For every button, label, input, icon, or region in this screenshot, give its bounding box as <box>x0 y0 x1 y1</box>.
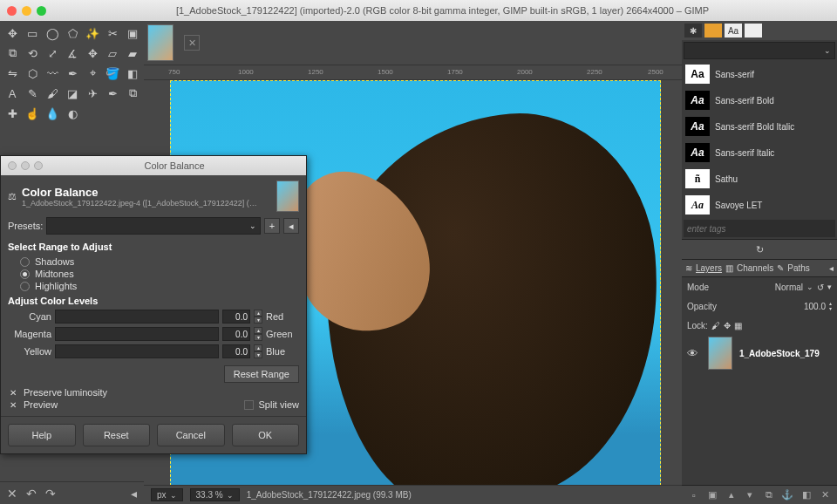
presets-combo[interactable]: ⌄ <box>46 217 261 235</box>
cage-tool[interactable]: ⬡ <box>24 65 41 82</box>
rect-select-tool[interactable]: ▭ <box>24 24 41 42</box>
font-filter-combo[interactable]: ⌄ <box>684 42 835 59</box>
delete-layer-icon[interactable]: ✕ <box>819 488 833 502</box>
spin-up[interactable]: ▴ <box>254 310 262 317</box>
spin-down[interactable]: ▾ <box>254 334 262 341</box>
clone-tool[interactable]: ⧉ <box>124 85 141 102</box>
merge-layer-icon[interactable]: ⚓ <box>781 488 795 502</box>
tab-paths[interactable]: Paths <box>787 263 810 273</box>
warp-tool[interactable]: 〰 <box>44 65 61 82</box>
tab-channels[interactable]: Channels <box>737 263 773 273</box>
mode-combo[interactable]: Normal <box>775 283 803 292</box>
preserve-luminosity-checkbox[interactable]: ✕Preserve luminosity <box>8 386 299 398</box>
free-select-tool[interactable]: ⬠ <box>64 24 81 42</box>
unit-combo[interactable]: px⌄ <box>151 488 183 501</box>
layer-row[interactable]: 👁 1_AdobeStock_179 <box>682 335 837 371</box>
rotate-tool[interactable]: ⟲ <box>24 44 41 62</box>
preset-menu-button[interactable]: ◂ <box>283 218 299 234</box>
midtones-radio[interactable]: Midtones <box>8 268 299 280</box>
spin-up[interactable]: ▴ <box>254 327 262 334</box>
redo-icon[interactable]: ↷ <box>45 487 56 501</box>
align-tool[interactable]: ✥ <box>84 44 101 62</box>
preview-checkbox[interactable]: ✕Preview <box>8 399 58 410</box>
highlights-radio[interactable]: Highlights <box>8 280 299 292</box>
bucket-fill-tool[interactable]: 🪣 <box>104 65 121 82</box>
spin-up[interactable]: ▴ <box>254 344 262 351</box>
lower-layer-icon[interactable]: ▾ <box>744 488 758 502</box>
dialog-minimize-button[interactable] <box>21 161 30 170</box>
perspective-tool[interactable]: ▰ <box>124 44 141 62</box>
panel-menu-icon[interactable]: ◂ <box>829 263 834 273</box>
ok-button[interactable]: OK <box>232 424 300 446</box>
reset-range-button[interactable]: Reset Range <box>224 365 299 383</box>
visibility-icon[interactable]: 👁 <box>687 347 701 360</box>
close-window-button[interactable] <box>7 6 17 16</box>
blur-tool[interactable]: 💧 <box>44 105 61 122</box>
opacity-value[interactable]: 100.0 <box>804 302 826 311</box>
add-preset-button[interactable]: + <box>264 218 280 234</box>
minimize-window-button[interactable] <box>22 6 31 16</box>
color-picker-tool[interactable]: ⌖ <box>84 65 101 82</box>
delete-icon[interactable]: ✕ <box>7 487 17 501</box>
smudge-tool[interactable]: ☝ <box>24 105 41 122</box>
foreground-select-tool[interactable]: ▣ <box>124 24 141 42</box>
scissors-tool[interactable]: ✂ <box>104 24 121 42</box>
paintbrush-tool[interactable]: 🖌 <box>44 85 61 102</box>
cyan-red-value[interactable]: 0.0 <box>222 310 250 324</box>
reset-button[interactable]: Reset <box>83 424 151 446</box>
fonts-tab[interactable]: Aa <box>725 24 742 37</box>
gradient-tool[interactable]: ◧ <box>124 65 141 82</box>
new-layer-icon[interactable]: ▫ <box>687 488 701 502</box>
airbrush-tool[interactable]: ✈ <box>84 85 101 102</box>
patterns-tab[interactable] <box>704 24 722 37</box>
font-item[interactable]: AaSans-serif <box>682 61 837 87</box>
fuzzy-select-tool[interactable]: ✨ <box>84 24 101 42</box>
spin-down[interactable]: ▾ <box>254 351 262 358</box>
split-view-checkbox[interactable]: Split view <box>244 399 299 410</box>
move-tool[interactable]: ✥ <box>3 24 21 42</box>
close-image-button[interactable]: ✕ <box>184 35 200 51</box>
font-item[interactable]: AaSavoye LET <box>682 192 837 218</box>
duplicate-layer-icon[interactable]: ⧉ <box>762 488 776 502</box>
paths-tool[interactable]: ✒ <box>64 65 81 82</box>
yellow-blue-value[interactable]: 0.0 <box>222 344 250 358</box>
document-tab[interactable] <box>745 24 762 37</box>
text-tool[interactable]: A <box>3 85 21 102</box>
eraser-tool[interactable]: ◪ <box>64 85 81 102</box>
cancel-button[interactable]: Cancel <box>157 424 225 446</box>
flip-tool[interactable]: ⇋ <box>3 65 21 82</box>
tags-input[interactable]: enter tags <box>684 220 835 237</box>
spin-down[interactable]: ▾ <box>254 317 262 324</box>
lock-pixels-icon[interactable]: 🖌 <box>711 321 720 330</box>
magenta-green-slider[interactable] <box>55 327 219 341</box>
font-item[interactable]: AaSans-serif Bold <box>682 87 837 113</box>
zoom-window-button[interactable] <box>37 6 46 16</box>
pencil-tool[interactable]: ✎ <box>24 85 41 102</box>
layer-group-icon[interactable]: ▣ <box>706 488 720 502</box>
lock-alpha-icon[interactable]: ▦ <box>734 321 742 330</box>
refresh-fonts-icon[interactable]: ↻ <box>756 244 764 255</box>
mask-layer-icon[interactable]: ◧ <box>800 488 813 502</box>
shadows-radio[interactable]: Shadows <box>8 255 299 268</box>
tab-layers[interactable]: Layers <box>696 263 722 273</box>
undo-icon[interactable]: ↶ <box>26 487 37 501</box>
dialog-zoom-button[interactable] <box>34 161 43 170</box>
image-thumbnail[interactable] <box>147 24 174 61</box>
yellow-blue-slider[interactable] <box>55 344 219 358</box>
measure-tool[interactable]: ∡ <box>64 44 81 62</box>
menu-collapse-icon[interactable]: ◂ <box>131 487 137 501</box>
ink-tool[interactable]: ✒ <box>104 85 121 102</box>
crop-tool[interactable]: ⧉ <box>3 44 21 62</box>
font-item[interactable]: AaSans-serif Bold Italic <box>682 113 837 140</box>
brushes-tab[interactable]: ✱ <box>684 24 702 37</box>
help-button[interactable]: Help <box>8 424 76 446</box>
cyan-red-slider[interactable] <box>55 310 219 324</box>
scale-tool[interactable]: ⤢ <box>44 44 61 62</box>
raise-layer-icon[interactable]: ▴ <box>725 488 738 502</box>
shear-tool[interactable]: ▱ <box>104 44 121 62</box>
mode-reset-icon[interactable]: ↺ <box>817 283 824 292</box>
lock-position-icon[interactable]: ✥ <box>724 321 731 330</box>
zoom-combo[interactable]: 33.3 %⌄ <box>190 488 240 501</box>
dialog-close-button[interactable] <box>8 161 17 170</box>
font-item[interactable]: ñSathu <box>682 166 837 192</box>
